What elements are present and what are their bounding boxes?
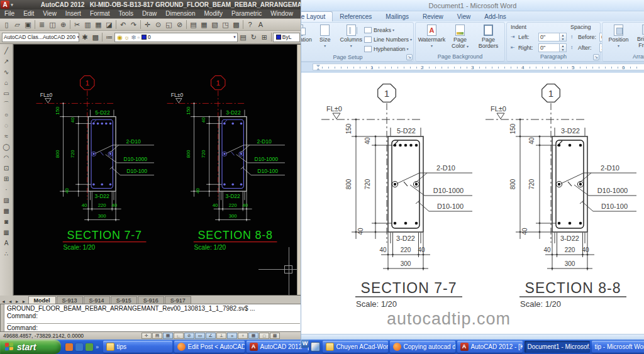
plot-icon[interactable]: ≣ — [36, 19, 47, 30]
autocad-titlebar[interactable]: A ▾ AutoCAD 2012 KI-MID-OB-S-B13-817 GRO… — [0, 0, 302, 9]
layer-lock-icon[interactable]: ▫ — [138, 34, 140, 41]
acad-menu-insert[interactable]: Insert — [61, 9, 86, 18]
circle-icon[interactable]: ○ — [1, 109, 12, 120]
arc-icon[interactable]: ⌒ — [1, 99, 12, 109]
taskbar-button-document1-microsof[interactable]: WDocument1 - Microsof... — [525, 341, 590, 353]
insert-block-icon[interactable]: ⊡ — [1, 163, 12, 174]
autocad-app-icon[interactable]: A — [1, 1, 9, 9]
breaks-button[interactable]: Breaks▾ — [364, 25, 412, 35]
layer-previous-icon[interactable]: ↻ — [248, 32, 259, 42]
acad-menu-file[interactable]: File — [0, 9, 19, 18]
indent-left-spinner[interactable]: ▲▼ — [560, 33, 567, 41]
ortho-toggle[interactable]: ∟ — [174, 333, 184, 339]
acad-tab-model[interactable]: Model — [28, 296, 56, 304]
gradient-icon[interactable]: ▩ — [1, 206, 12, 216]
ducs-toggle[interactable]: ⟂ — [216, 333, 226, 339]
taskbar-button-tip-microsoft-word[interactable]: Wtip - Microsoft Word — [592, 341, 644, 353]
layer-on-bulb-icon[interactable]: ◉ — [117, 34, 123, 41]
undo-icon[interactable]: ↶ — [118, 19, 128, 30]
acad-tab-s-915[interactable]: S-915 — [111, 296, 137, 304]
save-icon[interactable]: ▣ — [23, 19, 33, 30]
taskbar-button-tips[interactable]: tips — [103, 341, 172, 353]
acad-menu-tools[interactable]: Tools — [114, 9, 138, 18]
acad-menu-view[interactable]: View — [38, 9, 61, 18]
hatch-icon[interactable]: ▨ — [1, 195, 12, 206]
quicklaunch-ie-icon[interactable] — [75, 343, 83, 351]
taskbar-button-chuyen-acad-word[interactable]: Chuyen ACad-Word — [323, 341, 388, 353]
polyline-icon[interactable]: ∿ — [1, 67, 12, 77]
zoom-previous-icon[interactable]: ⊘ — [174, 19, 185, 30]
acad-menu-dimension[interactable]: Dimension — [161, 9, 199, 18]
acad-drawing-canvas[interactable]: 1FL±015080040720405-D222-D10D10-1000D10-… — [13, 44, 302, 296]
lwt-toggle[interactable]: ＋ — [238, 333, 248, 339]
revcloud-icon[interactable]: ◌ — [1, 120, 12, 131]
indent-right-input[interactable]: 0" — [538, 43, 560, 52]
quickprop-toggle[interactable]: □ — [259, 333, 269, 339]
word-titlebar[interactable]: Document1 - Microsoft Word — [301, 0, 644, 11]
paste-icon[interactable]: ▦ — [93, 19, 104, 30]
match-properties-icon[interactable]: ◪ — [104, 19, 114, 30]
open-icon[interactable]: ▱ — [12, 19, 23, 30]
quicklaunch-media-icon[interactable] — [65, 343, 73, 351]
acad-tab-s-914[interactable]: S-914 — [84, 296, 110, 304]
word-tab-page-layout[interactable]: Page Layout — [301, 11, 333, 21]
rectangle-icon[interactable]: ▭ — [1, 88, 12, 99]
layer-isolate-icon[interactable]: ⊞ — [259, 32, 270, 42]
layer-manager-icon[interactable]: ≔ — [104, 32, 114, 42]
snap-toggle[interactable]: ▤ — [152, 333, 162, 339]
pan-icon[interactable]: ✛ — [142, 19, 153, 30]
indent-left-input[interactable]: 0" — [538, 33, 560, 41]
point-icon[interactable]: · — [1, 184, 12, 195]
acad-menu-format[interactable]: Format — [86, 9, 114, 18]
taskbar-button-autocad-2012-ki[interactable]: AAutoCAD 2012 - [KI-... — [457, 341, 523, 353]
zoom-window-icon[interactable]: ◱ — [164, 19, 174, 30]
color-dropdown[interactable]: ByL — [273, 33, 300, 42]
command-window-grip[interactable] — [1, 304, 4, 331]
workspace-dropdown[interactable]: AutoCAD Clas...AutoCAD 200 ▾ — [2, 33, 79, 42]
quicklaunch-msn-icon[interactable] — [86, 343, 93, 351]
workspace-settings-icon[interactable]: ✱ — [79, 32, 90, 42]
acad-menu-parametric[interactable]: Parametric — [227, 9, 266, 18]
acad-tab-s-917[interactable]: S-917 — [165, 296, 191, 304]
position-button[interactable]: Position ▾ — [604, 24, 633, 49]
layer-properties-icon[interactable]: ▤ — [238, 32, 248, 42]
taskbar-button-copying-autocad-dra[interactable]: Copying autocad dra... — [390, 341, 455, 353]
paragraph-dialog-launcher[interactable]: ↘ — [593, 54, 599, 60]
tool-palettes-icon[interactable]: ▧ — [209, 19, 220, 30]
orientation-button[interactable]: Orientation ▾ — [301, 24, 312, 49]
taskbar-button-autocad-2012-ki[interactable]: AAutoCAD 2012 - [KI... — [247, 341, 309, 353]
make-block-icon[interactable]: ⊞ — [1, 174, 12, 184]
acad-tab-s-913[interactable]: S-913 — [57, 296, 83, 304]
acad-menu-window[interactable]: Window — [266, 9, 297, 18]
designcenter-icon[interactable]: ▦ — [199, 19, 209, 30]
indent-marker-icon[interactable] — [316, 65, 321, 70]
workspace-save-icon[interactable]: ▩ — [90, 32, 101, 42]
copy-icon[interactable]: ▥ — [82, 19, 93, 30]
page-setup-dialog-launcher[interactable]: ↘ — [406, 54, 413, 60]
line-numbers-button[interactable]: Line Numbers▾ — [364, 35, 412, 44]
word-tab-view[interactable]: View — [450, 12, 478, 21]
osnap-toggle[interactable]: ▭ — [195, 333, 205, 339]
display-properties-icon[interactable] — [311, 342, 320, 351]
plot-preview-icon[interactable]: ◫ — [47, 19, 58, 30]
size-button[interactable]: Size ▾ — [312, 24, 338, 49]
zoom-realtime-icon[interactable]: ⊙ — [153, 19, 164, 30]
grid-toggle[interactable]: ▦ — [163, 333, 173, 339]
acad-command-window[interactable]: GROUND_FLOOR_BEAM_REBAR_ARRANGEMANT_Rev0… — [0, 304, 302, 332]
transparency-toggle[interactable]: ▦ — [248, 333, 258, 339]
region-icon[interactable]: ◙ — [1, 216, 12, 227]
polar-toggle[interactable]: ⊘ — [184, 333, 194, 339]
layer-sun-icon[interactable]: ☼ — [124, 34, 130, 41]
spline-icon[interactable]: ≈ — [1, 131, 12, 141]
tab-nav-arrows-icon[interactable]: ◄ ◄ ► ► — [0, 299, 28, 304]
columns-button[interactable]: Columns ▾ — [338, 24, 364, 49]
otrack-toggle[interactable]: ∠ — [206, 333, 216, 339]
word-ruler[interactable]: 123456 — [301, 62, 644, 72]
autocad-app-menu-arrow-icon[interactable]: ▾ — [11, 3, 13, 8]
watermark-button[interactable]: A Watermark ▾ — [418, 24, 446, 49]
taskbar-button-edit-post-autocad[interactable]: Edit Post < AutoCAD... — [174, 341, 245, 353]
help-icon[interactable]: ? — [245, 19, 255, 30]
acad-menu-edit[interactable]: Edit — [19, 9, 38, 18]
page-borders-button[interactable]: Page Borders — [474, 24, 502, 49]
hyphenation-button[interactable]: Hyphenation▾ — [364, 44, 412, 53]
